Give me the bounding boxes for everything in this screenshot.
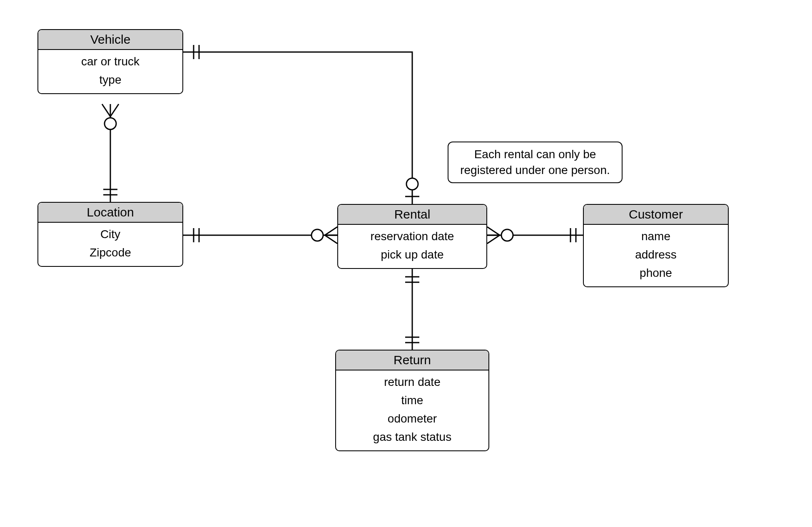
entity-vehicle: Vehicle car or truck type	[37, 29, 183, 94]
attr: name	[585, 227, 726, 246]
svg-point-17	[501, 229, 513, 241]
svg-point-27	[406, 178, 418, 190]
attr: type	[40, 71, 181, 89]
attr: City	[40, 225, 181, 244]
entity-attrs: return date time odometer gas tank statu…	[336, 370, 488, 450]
entity-title: Customer	[584, 205, 728, 225]
svg-line-1	[102, 104, 110, 117]
attr: time	[338, 391, 487, 410]
entity-attrs: name address phone	[584, 225, 728, 286]
svg-point-3	[105, 118, 116, 129]
note-line: Each rental can only be	[455, 147, 615, 162]
er-diagram-canvas: Vehicle car or truck type Location City …	[0, 0, 812, 527]
entity-attrs: car or truck type	[38, 50, 182, 93]
svg-line-10	[325, 235, 337, 244]
attr: Zipcode	[40, 244, 181, 262]
note-line: registered under one person.	[455, 162, 615, 178]
entity-rental: Rental reservation date pick up date	[337, 204, 487, 269]
attr: phone	[585, 264, 726, 282]
entity-attrs: City Zipcode	[38, 223, 182, 266]
entity-attrs: reservation date pick up date	[338, 225, 486, 268]
entity-customer: Customer name address phone	[583, 204, 729, 287]
svg-point-12	[311, 229, 323, 241]
svg-line-14	[487, 227, 500, 235]
entity-return: Return return date time odometer gas tan…	[335, 350, 489, 451]
svg-line-15	[487, 235, 500, 244]
note-callout: Each rental can only be registered under…	[448, 142, 623, 183]
entity-location: Location City Zipcode	[37, 202, 183, 267]
svg-line-9	[325, 227, 337, 235]
svg-line-2	[110, 104, 119, 117]
attr: car or truck	[40, 52, 181, 71]
attr: pick up date	[340, 246, 485, 264]
attr: odometer	[338, 410, 487, 428]
entity-title: Location	[38, 203, 182, 223]
attr: gas tank status	[338, 428, 487, 446]
attr: address	[585, 246, 726, 264]
attr: return date	[338, 373, 487, 391]
entity-title: Rental	[338, 205, 486, 225]
entity-title: Return	[336, 351, 488, 370]
entity-title: Vehicle	[38, 30, 182, 50]
attr: reservation date	[340, 227, 485, 246]
